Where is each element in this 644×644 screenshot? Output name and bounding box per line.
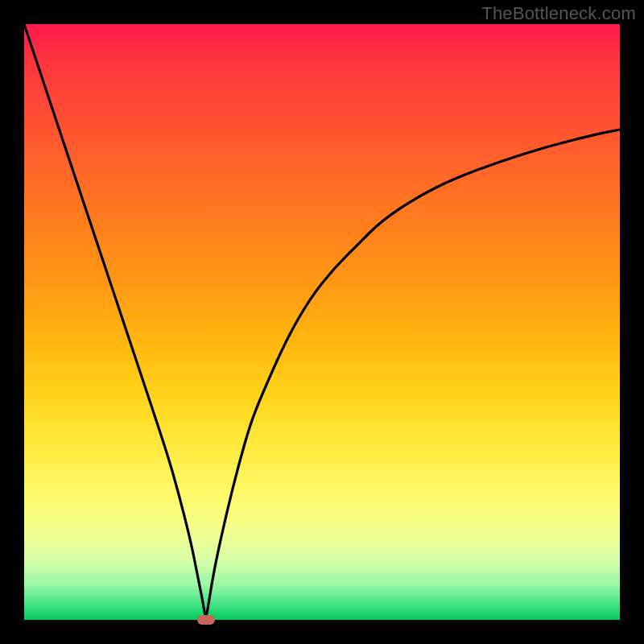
watermark-text: TheBottleneck.com [481,3,636,24]
curve-svg [24,24,620,620]
min-point-marker [197,615,215,625]
chart-frame: TheBottleneck.com [0,0,644,644]
bottleneck-curve-path [24,24,620,615]
plot-area [24,24,620,620]
